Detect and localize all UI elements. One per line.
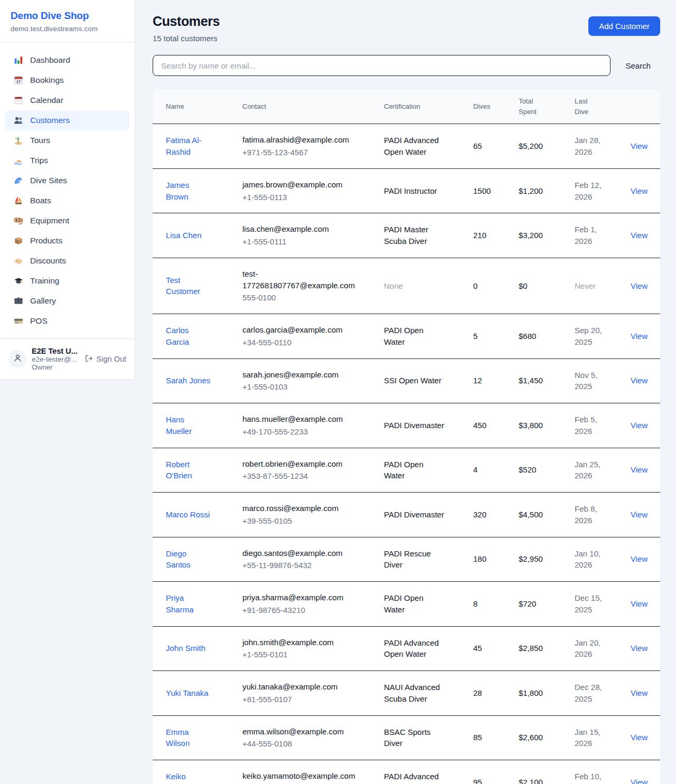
customer-dives: 4 — [460, 454, 505, 486]
customer-certification: PADI Advanced Open Water — [371, 125, 460, 168]
customer-dives: 12 — [460, 365, 505, 396]
customer-name-link[interactable]: Priya Sharma — [166, 593, 194, 614]
view-link[interactable]: View — [631, 231, 647, 240]
customer-email: marco.rossi@example.com — [242, 503, 360, 514]
customer-name-link[interactable]: Keiko Yamamoto — [166, 772, 203, 784]
graduation-cap-icon — [14, 276, 23, 286]
customer-name-link[interactable]: Sarah Jones — [166, 376, 210, 385]
sidebar-item-label: Gallery — [30, 296, 56, 306]
customer-certification: None — [371, 270, 460, 302]
customer-name-link[interactable]: Carlos Garcia — [166, 326, 189, 346]
view-link[interactable]: View — [631, 510, 647, 519]
customer-name-link[interactable]: Emma Wilson — [166, 728, 190, 748]
sidebar-item-boats[interactable]: Boats — [5, 191, 129, 211]
customer-last-dive: Sep 20, 2025 — [561, 315, 617, 358]
customer-last-dive: Feb 12, 2026 — [561, 169, 617, 213]
customer-certification: BSAC Sports Diver — [371, 716, 460, 760]
column-header-last-dive: Last Dive — [561, 90, 617, 124]
customer-email: priya.sharma@example.com — [242, 592, 360, 603]
sidebar-item-dashboard[interactable]: Dashboard — [5, 50, 129, 70]
customer-email: fatima.alrashid@example.com — [242, 134, 360, 146]
customer-email: test-1772681807767@example.com — [242, 268, 360, 291]
view-link[interactable]: View — [631, 186, 647, 195]
sidebar-item-products[interactable]: Products — [5, 231, 129, 251]
table-body: Fatima Al-Rashid fatima.alrashid@example… — [153, 124, 660, 784]
customer-name-link[interactable]: Marco Rossi — [166, 510, 210, 519]
table-row: Fatima Al-Rashid fatima.alrashid@example… — [153, 124, 660, 169]
customer-phone: +44-555-0108 — [242, 738, 360, 750]
sidebar-item-customers[interactable]: Customers — [5, 110, 129, 130]
view-link[interactable]: View — [631, 644, 647, 653]
customer-dives: 28 — [460, 677, 505, 709]
customer-email: keiko.yamamoto@example.com — [242, 770, 360, 782]
customer-total-spent: $3,800 — [505, 410, 561, 441]
customer-phone: +34-555-0110 — [242, 337, 360, 348]
view-link[interactable]: View — [631, 733, 647, 742]
customer-email: sarah.jones@example.com — [242, 369, 360, 381]
view-link[interactable]: View — [631, 376, 647, 385]
search-button[interactable]: Search — [625, 61, 651, 70]
sidebar-item-label: Dashboard — [30, 55, 70, 65]
sign-out-button[interactable]: Sign Out — [84, 354, 126, 364]
table-row: Lisa Chen lisa.chen@example.com +1-555-0… — [153, 213, 660, 258]
customer-name-link[interactable]: Fatima Al-Rashid — [166, 136, 202, 156]
customer-certification: PADI Master Scuba Diver — [371, 214, 460, 257]
customer-name-link[interactable]: Robert O'Brien — [166, 460, 192, 480]
customer-certification: PADI Instructor — [371, 175, 460, 207]
view-link[interactable]: View — [631, 141, 647, 150]
customer-dives: 320 — [460, 499, 505, 531]
table-row: Emma Wilson emma.wilson@example.com +44-… — [153, 716, 660, 761]
customer-last-dive: Jan 15, 2026 — [561, 716, 617, 760]
customer-certification: PADI Advanced Open Water — [371, 761, 460, 784]
user-role: Owner — [32, 363, 78, 371]
sidebar-item-bookings[interactable]: 17 Bookings — [5, 70, 129, 90]
sidebar-item-pos[interactable]: POS — [5, 311, 129, 331]
sidebar-item-label: Equipment — [30, 216, 69, 225]
wave-icon — [14, 176, 23, 185]
sidebar-item-training[interactable]: Training — [5, 271, 129, 291]
view-link[interactable]: View — [631, 554, 647, 563]
sidebar-item-gallery[interactable]: Gallery — [5, 291, 129, 311]
sidebar-item-dive-sites[interactable]: Dive Sites — [5, 171, 129, 191]
view-link[interactable]: View — [631, 599, 647, 608]
table-row: James Brown james.brown@example.com +1-5… — [153, 169, 660, 214]
view-link[interactable]: View — [631, 778, 647, 784]
customer-last-dive: Jan 28, 2026 — [561, 125, 617, 168]
sign-out-label: Sign Out — [97, 355, 126, 363]
sidebar-item-label: Bookings — [30, 75, 64, 85]
sidebar-item-equipment[interactable]: Equipment — [5, 211, 129, 231]
sign-out-icon — [84, 354, 93, 364]
customer-phone: 555-0100 — [242, 292, 360, 304]
customer-name-link[interactable]: Diego Santos — [166, 549, 191, 570]
customer-total-spent: $1,450 — [505, 365, 561, 396]
sidebar-item-label: Products — [30, 236, 62, 245]
customer-total-spent: $2,850 — [505, 632, 561, 664]
speedboat-icon — [14, 156, 23, 165]
customer-total-spent: $1,800 — [505, 677, 561, 709]
customer-email: carlos.garcia@example.com — [242, 324, 360, 336]
view-link[interactable]: View — [631, 688, 647, 697]
customer-phone: +1-555-0103 — [242, 381, 360, 393]
customer-name-link[interactable]: James Brown — [166, 181, 189, 201]
customer-name-link[interactable]: Test Customer — [166, 276, 200, 296]
view-link[interactable]: View — [631, 332, 647, 341]
sidebar-item-discounts[interactable]: Discounts — [5, 251, 129, 271]
sidebar-item-trips[interactable]: Trips — [5, 150, 129, 171]
table-row: Priya Sharma priya.sharma@example.com +9… — [153, 582, 660, 627]
sidebar-item-calendar[interactable]: Calendar — [5, 90, 129, 110]
customer-total-spent: $1,200 — [505, 175, 561, 207]
customer-name-link[interactable]: Yuki Tanaka — [166, 688, 209, 697]
add-customer-button[interactable]: Add Customer — [588, 16, 660, 36]
search-input[interactable] — [153, 55, 611, 76]
island-icon — [14, 136, 23, 145]
customer-total-spent: $2,950 — [505, 543, 561, 575]
customer-name-link[interactable]: John Smith — [166, 644, 205, 653]
table-header-row: Name Contact Certification Dives Total S… — [153, 90, 660, 124]
customer-name-link[interactable]: Hans Mueller — [166, 415, 192, 436]
view-link[interactable]: View — [631, 421, 647, 430]
sidebar-item-label: Boats — [30, 196, 51, 205]
view-link[interactable]: View — [631, 281, 647, 290]
sidebar-item-tours[interactable]: Tours — [5, 130, 129, 150]
view-link[interactable]: View — [631, 465, 647, 474]
customer-name-link[interactable]: Lisa Chen — [166, 231, 202, 240]
